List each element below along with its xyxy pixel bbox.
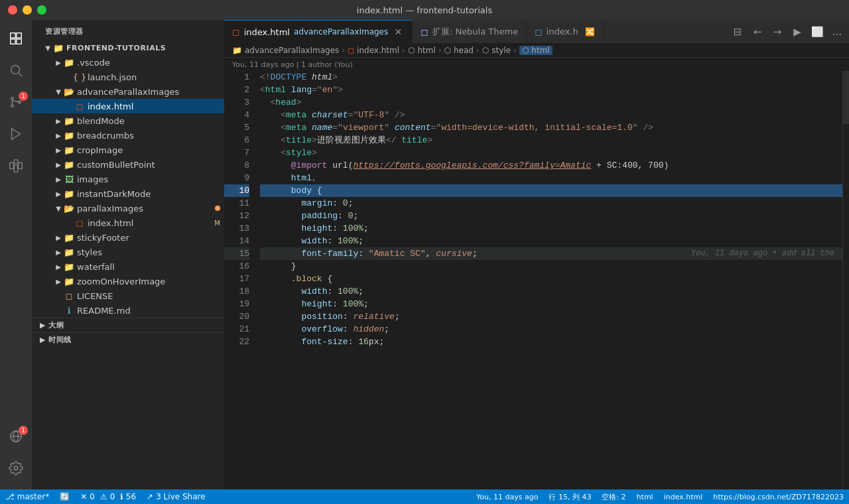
sidebar: 资源管理器 ▼ 📁 FRONTEND-TUTORIALS ▶ 📁 .vscode… xyxy=(32,20,224,489)
status-sync[interactable]: 🔄 xyxy=(54,489,75,504)
remote-icon[interactable]: 1 xyxy=(0,420,32,452)
tab-actions: ⊟ ← → ▶ ⬜ … xyxy=(728,20,849,43)
split-editor-icon[interactable]: ⊟ xyxy=(728,23,747,41)
sidebar-item-parallax[interactable]: ▼ 📂 parallaxImages xyxy=(32,201,224,216)
go-back-icon[interactable]: ← xyxy=(748,23,767,41)
title-bar: index.html — frontend-tutorials xyxy=(0,0,849,20)
code-line-6: <title>进阶视差图片效果</ title> xyxy=(260,134,842,147)
breadcrumbs-label: breadcrumbs xyxy=(77,131,224,141)
sidebar-item-license[interactable]: ◻ LICENSE xyxy=(32,288,224,303)
live-share-icon: ↗ xyxy=(147,492,153,501)
svg-point-7 xyxy=(11,105,14,107)
code-content[interactable]: <!DOCTYPE html> <html lang="en"> <head> … xyxy=(255,71,842,489)
sidebar-item-images[interactable]: ▶ 🖼 images xyxy=(32,172,224,186)
sidebar-item-zoomonhover[interactable]: ▶ 📁 zoomOnHoverImage xyxy=(32,274,224,288)
info-icon: ℹ xyxy=(120,492,123,501)
sidebar-item-readme[interactable]: ℹ README.md xyxy=(32,303,224,318)
breadcrumbs-icon: 📁 xyxy=(64,130,74,141)
position-label: 行 15, 列 43 xyxy=(549,492,591,502)
breadcrumb-html-icon: ◻ xyxy=(348,46,354,55)
language-label: html xyxy=(637,493,653,501)
source-control-icon[interactable]: 1 xyxy=(0,86,32,118)
sidebar-item-breadcrumbs[interactable]: ▶ 📁 breadcrumbs xyxy=(32,128,224,143)
status-blame-right[interactable]: You, 11 days ago xyxy=(471,489,543,504)
sidebar-item-cropimage[interactable]: ▶ 📁 cropImage xyxy=(32,143,224,157)
svg-rect-13 xyxy=(19,162,22,168)
styles-icon: 📁 xyxy=(64,247,74,257)
timeline-section[interactable]: ▶ 时间线 xyxy=(32,332,224,347)
tab-nebula[interactable]: ◻ 扩展: Nebula Theme xyxy=(413,20,527,43)
advance-folder-icon: 📂 xyxy=(64,86,74,97)
minimap-slider xyxy=(843,71,849,124)
sidebar-item-vscode[interactable]: ▶ 📁 .vscode xyxy=(32,55,224,70)
sidebar-item-waterfall[interactable]: ▶ 📁 waterfall xyxy=(32,259,224,274)
maximize-button[interactable] xyxy=(37,5,46,15)
breadcrumb-index-label: index.html xyxy=(357,46,399,55)
breadcrumb-head[interactable]: ⬡ head xyxy=(444,46,474,55)
svg-line-5 xyxy=(19,73,22,76)
warning-count: 0 xyxy=(110,492,115,501)
breadcrumb-advance[interactable]: 📁 advanceParallaxImages xyxy=(232,46,339,55)
search-icon[interactable] xyxy=(0,54,32,86)
breadcrumb-style-icon: ⬡ xyxy=(482,46,489,55)
tab-indexh[interactable]: ◻ index.h 🔀 xyxy=(527,20,604,43)
sidebar-item-styles[interactable]: ▶ 📁 styles xyxy=(32,245,224,259)
code-line-22: font-size: 16px; xyxy=(260,336,842,348)
explorer-icon[interactable] xyxy=(0,23,32,54)
window-title: index.html — frontend-tutorials xyxy=(357,5,492,15)
tab-index-html[interactable]: ◻ index.html advanceParallaxImages ✕ xyxy=(224,20,413,43)
code-line-3: <head> xyxy=(260,96,842,109)
settings-icon[interactable] xyxy=(0,452,32,484)
breadcrumb-style[interactable]: ⬡ style xyxy=(482,46,511,55)
tab-close-index[interactable]: ✕ xyxy=(392,26,404,38)
window-controls[interactable] xyxy=(8,5,46,15)
sidebar-root[interactable]: ▼ 📁 FRONTEND-TUTORIALS xyxy=(32,40,224,55)
outline-section[interactable]: ▶ 大纲 xyxy=(32,318,224,332)
zoomonhover-icon: 📁 xyxy=(64,276,74,286)
run-code-icon[interactable]: ▶ xyxy=(788,23,807,41)
code-line-15: font-family: "Amatic SC", cursive; You, … xyxy=(260,247,842,260)
extensions-icon[interactable] xyxy=(0,150,32,182)
status-branch[interactable]: ⎇ master* xyxy=(0,489,54,504)
custombullet-label: customBulletPoint xyxy=(77,160,224,170)
sidebar-item-instantdark[interactable]: ▶ 📁 instantDarkMode xyxy=(32,186,224,201)
close-button[interactable] xyxy=(8,5,17,15)
waterfall-label: waterfall xyxy=(77,262,224,272)
breadcrumb-html-tag-icon: ⬡ xyxy=(408,46,415,55)
sidebar-item-index-html-advance[interactable]: ◻ index.html xyxy=(32,99,224,113)
zoomonhover-label: zoomOnHoverImage xyxy=(77,277,224,286)
more-actions-icon[interactable]: … xyxy=(828,23,846,41)
vscode-arrow: ▶ xyxy=(53,57,64,68)
breadcrumb-html-label: html xyxy=(417,46,435,55)
toggle-panel-icon[interactable]: ⬜ xyxy=(808,23,826,41)
minimap[interactable] xyxy=(842,71,849,489)
sidebar-item-index-html-parallax[interactable]: ◻ index.html M xyxy=(32,216,224,230)
encoding-label: index.html xyxy=(664,493,703,501)
code-line-10: body { xyxy=(260,184,842,197)
status-position[interactable]: 行 15, 列 43 xyxy=(543,489,596,504)
breadcrumb-head-icon: ⬡ xyxy=(444,46,451,55)
sidebar-item-blendmode[interactable]: ▶ 📁 blendMode xyxy=(32,113,224,128)
breadcrumb-html2[interactable]: ⬡ html xyxy=(519,46,553,55)
status-spaces[interactable]: 空格: 2 xyxy=(596,489,631,504)
tab-index-label: index.html xyxy=(244,27,290,37)
sidebar-item-launch[interactable]: { } launch.json xyxy=(32,70,224,84)
code-line-13: height: 100%; xyxy=(260,222,842,235)
minimize-button[interactable] xyxy=(23,5,32,15)
status-bar: ⎇ master* 🔄 ✕ 0 ⚠ 0 ℹ 56 ↗ 3 Live Share … xyxy=(0,489,849,504)
status-encoding[interactable]: index.html xyxy=(659,489,708,504)
sidebar-item-stickyfooter[interactable]: ▶ 📁 stickyFooter xyxy=(32,230,224,245)
status-language[interactable]: html xyxy=(631,489,659,504)
status-live-share[interactable]: ↗ 3 Live Share xyxy=(141,489,210,504)
blame-right-label: You, 11 days ago xyxy=(476,493,538,501)
sidebar-item-advanceparallax[interactable]: ▼ 📂 advanceParallaxImages xyxy=(32,84,224,99)
sidebar-item-custombullet[interactable]: ▶ 📁 customBulletPoint xyxy=(32,157,224,172)
run-icon[interactable] xyxy=(0,118,32,150)
warning-icon: ⚠ xyxy=(100,492,107,501)
breadcrumb-index[interactable]: ◻ index.html xyxy=(348,46,399,55)
status-errors[interactable]: ✕ 0 ⚠ 0 ℹ 56 xyxy=(75,489,141,504)
go-forward-icon[interactable]: → xyxy=(768,23,787,41)
cropimage-icon: 📁 xyxy=(64,145,74,155)
breadcrumb-html[interactable]: ⬡ html xyxy=(408,46,436,55)
status-link[interactable]: https://blog.csdn.net/ZD717822023 xyxy=(708,489,849,504)
